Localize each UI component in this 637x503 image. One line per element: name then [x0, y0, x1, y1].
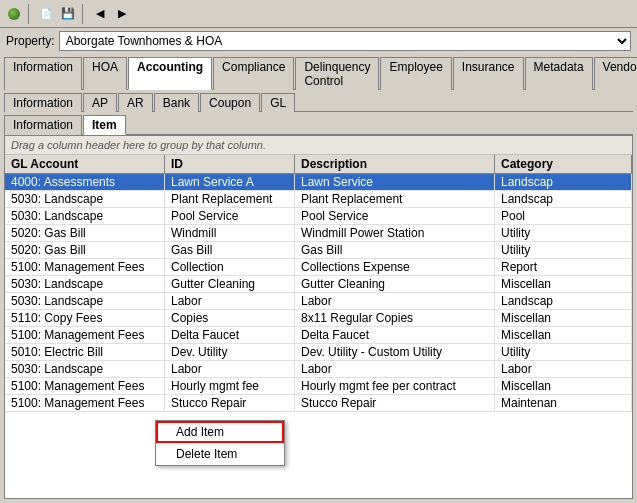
tab-information-r3[interactable]: Information [4, 115, 82, 135]
cell-gl: 5100: Management Fees [5, 395, 165, 411]
table-row[interactable]: 5010: Electric BillDev. UtilityDev. Util… [5, 344, 632, 361]
cell-desc: Windmill Power Station [295, 225, 495, 241]
cell-gl: 5030: Landscape [5, 208, 165, 224]
forward-btn[interactable]: ▶ [112, 4, 132, 24]
tab-insurance-r1[interactable]: Insurance [453, 57, 524, 90]
cell-gl: 5100: Management Fees [5, 378, 165, 394]
cell-desc: Pool Service [295, 208, 495, 224]
table-row[interactable]: 5020: Gas BillGas BillGas BillUtility [5, 242, 632, 259]
cell-desc: Hourly mgmt fee per contract [295, 378, 495, 394]
table-row[interactable]: 5110: Copy FeesCopies8x11 Regular Copies… [5, 310, 632, 327]
tab-metadata-r1[interactable]: Metadata [525, 57, 593, 90]
tab-vendor-r1[interactable]: Vendor [594, 57, 637, 90]
app-icon-btn[interactable] [4, 4, 24, 24]
col-header-id[interactable]: ID [165, 155, 295, 173]
tab-information-r1[interactable]: Information [4, 57, 82, 90]
drag-hint: Drag a column header here to group by th… [5, 136, 632, 155]
cell-cat: Landscap [495, 293, 632, 309]
tab-coupon-r2[interactable]: Coupon [200, 93, 260, 112]
cell-gl: 4000: Assessments [5, 174, 165, 190]
cell-gl: 5030: Landscape [5, 276, 165, 292]
cell-gl: 5100: Management Fees [5, 327, 165, 343]
tab-gl-r2[interactable]: GL [261, 93, 295, 112]
tab-employee-r1[interactable]: Employee [380, 57, 451, 90]
toolbar-sep-1 [28, 4, 32, 24]
cell-id: Dev. Utility [165, 344, 295, 360]
save-btn[interactable]: 💾 [58, 4, 78, 24]
tab-hoa-r1[interactable]: HOA [83, 57, 127, 90]
cell-cat: Maintenan [495, 395, 632, 411]
cell-desc: Labor [295, 361, 495, 377]
grid-body[interactable]: 4000: AssessmentsLawn Service ALawn Serv… [5, 174, 632, 498]
cell-id: Plant Replacement [165, 191, 295, 207]
tab-accounting-r1[interactable]: Accounting [128, 57, 212, 90]
cell-cat: Landscap [495, 191, 632, 207]
table-row[interactable]: 5030: LandscapePool ServicePool ServiceP… [5, 208, 632, 225]
property-select[interactable]: Aborgate Townhomes & HOA [59, 31, 631, 51]
tab-compliance-r1[interactable]: Compliance [213, 57, 294, 90]
table-row[interactable]: 5030: LandscapePlant ReplacementPlant Re… [5, 191, 632, 208]
table-row[interactable]: 5100: Management FeesDelta FaucetDelta F… [5, 327, 632, 344]
tab-item-r3[interactable]: Item [83, 115, 126, 135]
tab-ar-r2[interactable]: AR [118, 93, 153, 112]
cell-desc: Gutter Cleaning [295, 276, 495, 292]
cell-cat: Utility [495, 225, 632, 241]
back-btn[interactable]: ◀ [90, 4, 110, 24]
table-row[interactable]: 5020: Gas BillWindmillWindmill Power Sta… [5, 225, 632, 242]
col-header-desc[interactable]: Description [295, 155, 495, 173]
col-header-gl[interactable]: GL Account [5, 155, 165, 173]
new-btn[interactable]: 📄 [36, 4, 56, 24]
cell-gl: 5030: Landscape [5, 361, 165, 377]
cell-desc: Gas Bill [295, 242, 495, 258]
property-row: Property: Aborgate Townhomes & HOA [0, 28, 637, 54]
cell-cat: Landscap [495, 174, 632, 190]
cell-id: Copies [165, 310, 295, 326]
cell-cat: Utility [495, 242, 632, 258]
context-menu-add-item[interactable]: Add Item [156, 421, 284, 443]
tab-bank-r2[interactable]: Bank [154, 93, 199, 112]
cell-cat: Miscellan [495, 310, 632, 326]
tab-bar-row1: Information HOA Accounting Compliance De… [0, 54, 637, 89]
cell-cat: Miscellan [495, 276, 632, 292]
cell-gl: 5010: Electric Bill [5, 344, 165, 360]
cell-gl: 5030: Landscape [5, 191, 165, 207]
content-area: Drag a column header here to group by th… [4, 135, 633, 499]
tab-delinquency-r1[interactable]: Delinquency Control [295, 57, 379, 90]
cell-desc: Labor [295, 293, 495, 309]
cell-id: Lawn Service A [165, 174, 295, 190]
cell-id: Hourly mgmt fee [165, 378, 295, 394]
tab-bar-row3: Information Item [0, 112, 637, 134]
col-header-cat[interactable]: Category [495, 155, 632, 173]
cell-cat: Report [495, 259, 632, 275]
cell-gl: 5110: Copy Fees [5, 310, 165, 326]
table-row[interactable]: 5100: Management FeesCollectionCollectio… [5, 259, 632, 276]
cell-cat: Miscellan [495, 378, 632, 394]
cell-gl: 5100: Management Fees [5, 259, 165, 275]
cell-desc: Plant Replacement [295, 191, 495, 207]
cell-desc: 8x11 Regular Copies [295, 310, 495, 326]
cell-id: Stucco Repair [165, 395, 295, 411]
table-row[interactable]: 5030: LandscapeLaborLaborLandscap [5, 293, 632, 310]
tab-ap-r2[interactable]: AP [83, 93, 117, 112]
cell-desc: Dev. Utility - Custom Utility [295, 344, 495, 360]
table-row[interactable]: 5100: Management FeesHourly mgmt feeHour… [5, 378, 632, 395]
cell-id: Labor [165, 293, 295, 309]
cell-gl: 5030: Landscape [5, 293, 165, 309]
table-row[interactable]: 5030: LandscapeGutter CleaningGutter Cle… [5, 276, 632, 293]
table-row[interactable]: 4000: AssessmentsLawn Service ALawn Serv… [5, 174, 632, 191]
tab-bar-row2: Information AP AR Bank Coupon GL [0, 90, 637, 111]
cell-desc: Stucco Repair [295, 395, 495, 411]
cell-cat: Miscellan [495, 327, 632, 343]
cell-id: Gutter Cleaning [165, 276, 295, 292]
table-row[interactable]: 5030: LandscapeLaborLaborLabor [5, 361, 632, 378]
cell-id: Labor [165, 361, 295, 377]
main-window: 📄 💾 ◀ ▶ Property: Aborgate Townhomes & H… [0, 0, 637, 503]
table-row[interactable]: 5100: Management FeesStucco RepairStucco… [5, 395, 632, 412]
cell-id: Collection [165, 259, 295, 275]
cell-id: Pool Service [165, 208, 295, 224]
cell-desc: Lawn Service [295, 174, 495, 190]
context-menu-delete-item[interactable]: Delete Item [156, 443, 284, 465]
cell-cat: Utility [495, 344, 632, 360]
cell-cat: Pool [495, 208, 632, 224]
tab-information-r2[interactable]: Information [4, 93, 82, 112]
